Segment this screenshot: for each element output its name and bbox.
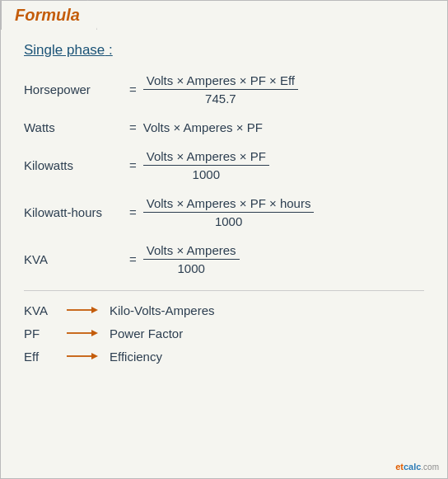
- formula-watts-expression: Volts × Amperes × PF: [143, 120, 263, 134]
- legend-pf-value: Power Factor: [110, 326, 183, 340]
- formula-horsepower-label: Horsepower: [24, 82, 123, 96]
- watermark-domain: .com: [421, 463, 439, 472]
- formula-kilowatts-label: Kilowatts: [24, 158, 123, 172]
- formula-kilowatt-hours-denominator: 1000: [212, 213, 245, 228]
- formula-kilowatt-hours-equals: =: [129, 205, 137, 219]
- formula-kilowatt-hours: Kilowatt-hours = Volts × Amperes × PF × …: [24, 196, 424, 228]
- formula-horsepower-denominator: 745.7: [202, 90, 240, 106]
- formula-kilowatts-numerator: Volts × Amperes × PF: [143, 149, 269, 166]
- formula-kilowatts: Kilowatts = Volts × Amperes × PF 1000: [24, 149, 424, 181]
- formula-kva-denominator: 1000: [174, 260, 208, 275]
- formula-kilowatts-fraction: Volts × Amperes × PF 1000: [143, 149, 269, 181]
- divider: [24, 290, 424, 291]
- legend-eff: Eff Efficiency: [24, 349, 424, 364]
- section-title: Single phase :: [24, 42, 424, 59]
- formula-watts-equals: =: [129, 120, 137, 134]
- formula-watts: Watts = Volts × Amperes × PF: [24, 120, 424, 134]
- formula-kva-fraction: Volts × Amperes 1000: [143, 243, 240, 275]
- legend-kva-value: Kilo-Volts-Amperes: [110, 303, 215, 317]
- formula-kilowatts-equals: =: [129, 158, 137, 172]
- formula-horsepower-numerator: Volts × Amperes × PF × Eff: [143, 73, 298, 90]
- legend-pf: PF Power Factor: [24, 326, 424, 340]
- content-area: Single phase : Horsepower = Volts × Ampe…: [1, 1, 447, 388]
- tab-header: Formula: [1, 0, 97, 30]
- legend-kva: KVA Kilo-Volts-Amperes: [24, 303, 424, 317]
- formula-kva-label: KVA: [24, 252, 123, 266]
- legend-eff-value: Efficiency: [110, 350, 162, 364]
- formula-kilowatt-hours-numerator: Volts × Amperes × PF × hours: [143, 196, 315, 213]
- legend-eff-key: Eff: [24, 350, 65, 364]
- arrow-icon-kva: [65, 303, 98, 317]
- svg-marker-3: [91, 330, 98, 336]
- formula-horsepower-equals: =: [129, 82, 137, 96]
- formula-kva-numerator: Volts × Amperes: [143, 243, 240, 260]
- card: Formula Single phase : Horsepower = Volt…: [0, 0, 448, 479]
- watermark: etcalc.com: [395, 462, 439, 472]
- watermark-et: et: [395, 462, 404, 472]
- formula-horsepower: Horsepower = Volts × Amperes × PF × Eff …: [24, 73, 424, 106]
- formula-kilowatts-denominator: 1000: [189, 166, 223, 181]
- formula-horsepower-fraction: Volts × Amperes × PF × Eff 745.7: [143, 73, 298, 106]
- tab-title: Formula: [15, 6, 80, 25]
- svg-marker-1: [91, 307, 98, 313]
- legend-section: KVA Kilo-Volts-Amperes PF Pow: [24, 303, 424, 364]
- formula-kilowatt-hours-label: Kilowatt-hours: [24, 205, 123, 219]
- formula-kva-equals: =: [129, 252, 137, 266]
- formula-watts-label: Watts: [24, 120, 123, 134]
- formula-kilowatt-hours-fraction: Volts × Amperes × PF × hours 1000: [143, 196, 315, 228]
- arrow-icon-eff: [65, 349, 98, 364]
- svg-marker-5: [91, 353, 98, 359]
- legend-kva-key: KVA: [24, 303, 65, 317]
- legend-pf-key: PF: [24, 326, 65, 340]
- watermark-calc: calc: [404, 462, 421, 472]
- arrow-icon-pf: [65, 326, 98, 340]
- formula-kva: KVA = Volts × Amperes 1000: [24, 243, 424, 275]
